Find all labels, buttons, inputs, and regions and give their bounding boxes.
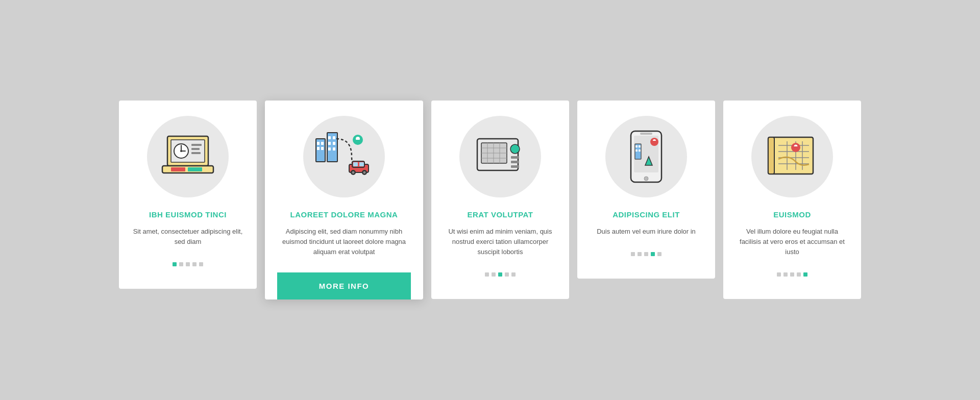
gps-device-icon <box>472 134 528 180</box>
dot <box>797 272 801 277</box>
more-info-button[interactable]: MORE INFO <box>277 272 411 299</box>
card-5-desc: Vel illum dolore eu feugiat nulla facili… <box>736 227 849 257</box>
mobile-map-icon <box>621 129 672 185</box>
svg-rect-13 <box>317 142 320 145</box>
svg-rect-53 <box>639 145 641 147</box>
cards-container: IBH EUISMOD TINCI Sit amet, consectetuer… <box>99 80 881 320</box>
svg-rect-15 <box>317 147 320 150</box>
svg-rect-23 <box>333 147 335 151</box>
card-5-dots <box>777 267 807 287</box>
card-4-icon-circle <box>605 116 687 197</box>
card-1-desc: Sit amet, consectetuer adipiscing elit, … <box>131 227 244 247</box>
card-2: LAOREET DOLORE MAGNA Adipiscing elit, se… <box>265 101 423 300</box>
svg-rect-10 <box>171 167 185 171</box>
svg-rect-30 <box>359 162 364 166</box>
dot <box>638 252 642 256</box>
dot <box>498 272 502 277</box>
dot <box>505 272 509 277</box>
svg-point-50 <box>644 177 648 181</box>
svg-rect-18 <box>328 136 331 139</box>
card-3-title: ERAT VOLUTPAT <box>468 210 533 220</box>
card-1-dots <box>173 257 203 277</box>
dot <box>186 262 190 266</box>
dot <box>179 262 183 266</box>
laptop-tracking-icon <box>160 134 216 180</box>
dot <box>783 272 788 277</box>
card-2-title: LAOREET DOLORE MAGNA <box>290 210 398 220</box>
svg-rect-54 <box>635 149 638 152</box>
card-1-icon-circle <box>147 116 229 197</box>
dot <box>192 262 197 266</box>
dot <box>644 252 648 256</box>
svg-rect-8 <box>191 152 201 154</box>
card-5-title: EUISMOD <box>773 210 811 220</box>
dot <box>492 272 496 277</box>
dot <box>803 272 807 277</box>
svg-rect-29 <box>353 162 358 166</box>
svg-rect-60 <box>768 137 813 174</box>
card-1: IBH EUISMOD TINCI Sit amet, consectetuer… <box>119 101 257 289</box>
card-4-title: ADIPISCING ELIT <box>612 210 680 220</box>
svg-rect-7 <box>191 148 200 150</box>
card-5-icon-circle <box>751 116 833 197</box>
dot <box>777 272 781 277</box>
svg-point-43 <box>510 144 520 154</box>
card-4-desc: Duis autem vel eum iriure dolor in <box>597 227 696 237</box>
card-3-desc: Ut wisi enim ad minim veniam, quis nostr… <box>444 227 557 257</box>
dot <box>485 272 489 277</box>
svg-point-32 <box>352 171 355 173</box>
svg-rect-45 <box>511 161 519 163</box>
card-4: ADIPISCING ELIT Duis autem vel eum iriur… <box>577 101 715 279</box>
card-3-icon-circle <box>459 116 541 197</box>
svg-rect-20 <box>328 142 331 145</box>
dot <box>657 252 662 256</box>
card-2-desc: Adipiscing elit, sed diam nonummy nibh e… <box>277 227 411 257</box>
svg-rect-49 <box>640 133 652 135</box>
svg-rect-52 <box>635 145 638 147</box>
svg-rect-21 <box>333 142 335 145</box>
card-4-dots <box>631 247 662 266</box>
map-book-icon <box>764 131 820 182</box>
card-3: ERAT VOLUTPAT Ut wisi enim ad minim veni… <box>431 101 569 299</box>
svg-rect-16 <box>321 147 324 150</box>
car-navigation-icon <box>311 129 377 185</box>
card-2-icon-circle <box>303 116 385 197</box>
svg-rect-46 <box>511 165 519 168</box>
dot <box>511 272 516 277</box>
svg-rect-6 <box>191 144 202 146</box>
svg-rect-61 <box>768 137 774 174</box>
dot <box>173 262 177 266</box>
card-5: EUISMOD Vel illum dolore eu feugiat null… <box>723 101 861 299</box>
dot <box>790 272 794 277</box>
dot <box>631 252 635 256</box>
dot <box>199 262 203 266</box>
svg-rect-14 <box>321 142 324 145</box>
svg-rect-19 <box>333 136 335 139</box>
card-3-dots <box>485 267 516 287</box>
svg-rect-44 <box>511 156 519 159</box>
svg-rect-22 <box>328 147 331 151</box>
card-1-title: IBH EUISMOD TINCI <box>149 210 227 220</box>
svg-point-34 <box>363 171 366 173</box>
svg-rect-55 <box>639 149 641 152</box>
dot <box>651 252 655 256</box>
svg-rect-11 <box>188 167 202 171</box>
